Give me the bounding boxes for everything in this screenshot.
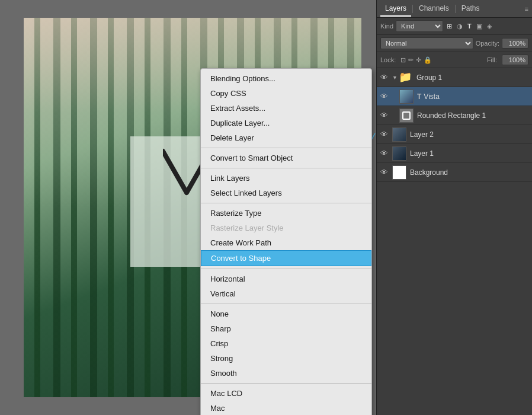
separator-after-smooth (201, 383, 371, 384)
panel-tabs: Layers Channels Paths ≡ (377, 0, 532, 18)
kind-label: Kind (380, 23, 393, 30)
tab-paths[interactable]: Paths (457, 1, 485, 17)
layer-thumb-layer2 (392, 127, 406, 142)
context-menu-item-copy-css[interactable]: Copy CSS (201, 86, 371, 101)
layer-visibility-background[interactable]: 👁 (380, 168, 390, 177)
tab-divider-2 (455, 5, 456, 13)
separator-after-vertical (201, 304, 371, 304)
context-menu-item-strong[interactable]: Strong (201, 351, 371, 366)
layers-list: 👁▼📁Group 1👁TVista👁Rounded Rectangle 1👁La… (377, 68, 532, 182)
layer-visibility-layer2[interactable]: 👁 (380, 130, 390, 139)
context-menu-item-sharp[interactable]: Sharp (201, 321, 371, 336)
pixel-filter-icon[interactable]: ⊞ (446, 21, 453, 31)
group-collapse-group1[interactable]: ▼ (392, 75, 398, 81)
context-menu-item-extract-assets[interactable]: Extract Assets... (201, 101, 371, 116)
layer-item-layer2[interactable]: 👁Layer 2 (377, 125, 532, 144)
layer-name-layer1: Layer 1 (410, 149, 528, 158)
panel-menu-icon[interactable]: ≡ (525, 5, 528, 12)
layer-visibility-rounded-rect1[interactable]: 👁 (380, 111, 390, 120)
lock-icons-group: ⊡ ✏ ✛ 🔒 (400, 56, 432, 64)
blend-mode-select[interactable]: Normal (380, 37, 473, 49)
lock-label: Lock: (380, 56, 396, 63)
context-menu-item-link-layers[interactable]: Link Layers (201, 171, 371, 186)
tab-layers[interactable]: Layers (380, 1, 411, 17)
layer-name-rounded-rect1: Rounded Rectangle 1 (417, 111, 528, 120)
lock-all-icon[interactable]: 🔒 (424, 56, 432, 64)
lock-position-icon[interactable]: ✛ (416, 56, 421, 64)
context-menu-item-create-work-path[interactable]: Create Work Path (201, 235, 371, 250)
layer-item-rounded-rect1[interactable]: 👁Rounded Rectangle 1 (377, 106, 532, 125)
layer-item-vista[interactable]: 👁TVista (377, 87, 532, 106)
lock-transparency-icon[interactable]: ⊡ (400, 56, 406, 64)
context-menu-item-rasterize-layer-style: Rasterize Layer Style (201, 221, 371, 235)
separator-after-select-linked-layers (201, 203, 371, 203)
opacity-value[interactable]: 100% (502, 38, 528, 49)
separator-after-convert-to-smart-object (201, 168, 371, 168)
tab-channels[interactable]: Channels (414, 1, 454, 17)
context-menu-item-blending-options[interactable]: Blending Options... (201, 71, 371, 86)
context-menu-item-horizontal[interactable]: Horizontal (201, 272, 371, 286)
layer-thumb-background (392, 165, 406, 180)
text-filter-icon[interactable]: T (466, 21, 473, 31)
context-menu-item-convert-to-smart-object[interactable]: Convert to Smart Object (201, 151, 371, 165)
layer-name-background: Background (410, 168, 528, 177)
lock-pixels-icon[interactable]: ✏ (408, 56, 414, 64)
text-type-icon-vista: T (417, 92, 421, 101)
adjustment-filter-icon[interactable]: ◑ (456, 21, 464, 31)
layer-thumb-group1: 📁 (399, 71, 413, 85)
layer-thumb-layer1 (392, 146, 406, 161)
context-menu-item-convert-to-shape[interactable]: Convert to Shape (201, 250, 371, 266)
shape-filter-icon[interactable]: ▣ (475, 21, 483, 31)
layer-visibility-vista[interactable]: 👁 (380, 92, 390, 101)
layers-blend-row: Normal Opacity: 100% (377, 35, 532, 52)
layer-name-vista: Vista (424, 92, 528, 101)
opacity-label: Opacity: (476, 40, 499, 47)
layer-item-background[interactable]: 👁Background (377, 163, 532, 182)
layer-name-layer2: Layer 2 (410, 130, 528, 139)
tab-divider-1 (412, 5, 413, 13)
layer-thumb-vista (399, 90, 414, 104)
folder-icon: 📁 (399, 71, 412, 83)
layers-lock-row: Lock: ⊡ ✏ ✛ 🔒 Fill: 100% (377, 52, 532, 68)
layer-thumb-rounded-rect1 (399, 108, 414, 123)
separator-after-delete-layer (201, 148, 371, 148)
smartobj-filter-icon[interactable]: ◈ (486, 21, 493, 31)
context-menu-item-smooth[interactable]: Smooth (201, 366, 371, 381)
context-menu-item-delete-layer[interactable]: Delete Layer (201, 130, 371, 145)
context-menu-item-select-linked-layers[interactable]: Select Linked Layers (201, 186, 371, 200)
context-menu-item-duplicate-layer[interactable]: Duplicate Layer... (201, 116, 371, 130)
layer-item-layer1[interactable]: 👁Layer 1 (377, 144, 532, 163)
layer-item-group1[interactable]: 👁▼📁Group 1 (377, 68, 532, 87)
layer-name-group1: Group 1 (416, 74, 528, 82)
layers-kind-row: Kind Kind ⊞ ◑ T ▣ ◈ (377, 18, 532, 35)
context-menu-item-mac-lcd[interactable]: Mac LCD (201, 386, 371, 401)
layer-visibility-layer1[interactable]: 👁 (380, 149, 390, 158)
separator-after-convert-to-shape (201, 269, 371, 269)
context-menu-item-crisp[interactable]: Crisp (201, 336, 371, 351)
context-menu-item-vertical[interactable]: Vertical (201, 286, 371, 301)
fill-value[interactable]: 100% (502, 55, 528, 65)
kind-select[interactable]: Kind (396, 20, 443, 32)
fill-label: Fill: (487, 56, 497, 63)
layer-visibility-group1[interactable]: 👁 (380, 73, 390, 82)
context-menu: Blending Options...Copy CSSExtract Asset… (200, 68, 372, 415)
context-menu-item-mac[interactable]: Mac (201, 401, 371, 415)
panels-area: Layers Channels Paths ≡ Kind Kind ⊞ ◑ T … (376, 0, 532, 415)
context-menu-item-none[interactable]: None (201, 307, 371, 321)
context-menu-item-rasterize-type[interactable]: Rasterize Type (201, 206, 371, 221)
